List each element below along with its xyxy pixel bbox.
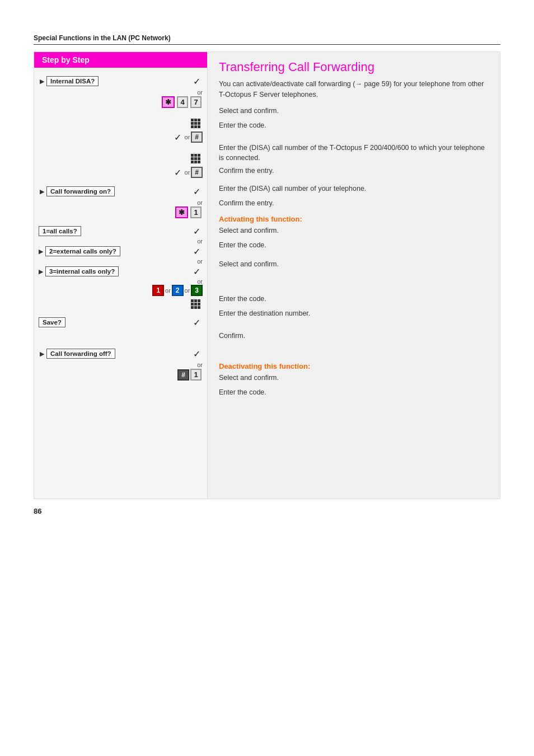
spacer-r3 <box>219 255 489 259</box>
instr-confirm-save: Confirm. <box>219 331 489 343</box>
or-label-2: or <box>185 134 190 140</box>
section-header: Special Functions in the LAN (PC Network… <box>34 34 500 45</box>
or-num-2: or <box>185 287 190 294</box>
instr-text-6: Confirm the entry. <box>219 198 274 209</box>
four-code-box: 4 <box>177 96 188 108</box>
code-47-row: ✱ 4 7 <box>34 96 207 109</box>
or-row-6: or <box>34 361 207 368</box>
checkmark-icon-6: ✓ <box>193 317 200 328</box>
instr-text-3: Enter the (DISA) call number of the T-Oc… <box>219 143 489 164</box>
spacer-r6 <box>219 345 489 358</box>
hash-box-2: # <box>191 167 203 178</box>
save-label: Save? <box>39 317 65 327</box>
instr-text-5: Enter the (DISA) call number of your tel… <box>219 184 366 194</box>
confirm-or-hash-2: ✓ or # <box>34 167 207 178</box>
instr-confirm-1: Confirm the entry. <box>219 166 489 178</box>
or-row-3: or <box>34 238 207 245</box>
call-forwarding-on-row: ▶ Call forwarding on? ✓ <box>34 184 207 199</box>
all-calls-label: 1=all calls? <box>39 226 81 236</box>
section-header-text: Special Functions in the LAN (PC Network… <box>34 34 171 42</box>
star-code-box: ✱ <box>162 96 175 108</box>
keypad-icon-1 <box>191 119 200 128</box>
or-label-5: or <box>197 238 203 245</box>
hash-code-box: # <box>177 369 189 381</box>
checkmark-icon-3: ✓ <box>193 226 200 237</box>
page-number: 86 <box>34 507 41 515</box>
instr-select-2: Select and confirm. <box>219 226 489 238</box>
call-forwarding-off-content: ▶ Call forwarding off? ✓ <box>34 349 207 359</box>
keypad-row-1 <box>34 118 207 129</box>
save-row: Save? ✓ <box>34 316 207 329</box>
triangle-icon-3: ▶ <box>39 248 43 255</box>
spacer-3 <box>34 329 207 346</box>
or-row-5: or <box>34 278 207 285</box>
instr-confirm-2: Confirm the entry. <box>219 198 489 210</box>
instr-text-13: Select and confirm. <box>219 373 279 383</box>
instr-text-10: Enter the code. <box>219 294 266 304</box>
num-or-row: 1 or 2 or 3 <box>34 285 207 296</box>
confirm-or-hash-1: ✓ or # <box>34 132 207 143</box>
keypad-icon-3 <box>191 299 200 309</box>
spacer-r4 <box>219 274 489 294</box>
instr-enter-code-4: Enter the code. <box>219 387 489 400</box>
left-panel: Step by Step ▶ Internal DISA? ✓ or <box>34 52 208 499</box>
instr-text-2: Enter the code. <box>219 120 266 131</box>
instr-select-3: Select and confirm. <box>219 259 489 271</box>
or-label-7: or <box>197 278 203 285</box>
step-by-step-box: Step by Step ▶ Internal DISA? ✓ or <box>34 51 500 499</box>
instr-enter-dest: Enter the destination number. <box>219 308 489 321</box>
call-forwarding-off-label: Call forwarding off? <box>46 349 115 359</box>
one-code-box: 1 <box>190 206 202 218</box>
instr-text-9: Select and confirm. <box>219 259 279 270</box>
code-hash1-row: # 1 <box>34 368 207 381</box>
internal-calls-row: ▶ 3=internal calls only? ✓ <box>34 265 207 278</box>
hash-box-1: # <box>191 132 203 143</box>
instr-enter-code-3: Enter the code. <box>219 294 489 306</box>
or-row-4: or <box>34 258 207 265</box>
intro-text-content: You can activate/deactivate call forward… <box>219 80 484 98</box>
checkmark-icon: ✓ <box>193 76 200 87</box>
deactivating-title: Deactivating this function: <box>219 362 489 370</box>
instr-text-8: Enter the code. <box>219 240 266 251</box>
triangle-icon-2: ▶ <box>40 188 44 195</box>
triangle-icon: ▶ <box>40 78 44 85</box>
internal-calls-label: 3=internal calls only? <box>45 266 119 276</box>
checkmark-icon-5: ✓ <box>193 266 200 277</box>
triangle-icon-4: ▶ <box>39 268 43 275</box>
instr-text-12: Confirm. <box>219 331 245 341</box>
instr-enter-code-1: Enter the code. <box>219 120 489 133</box>
triangle-icon-5: ▶ <box>40 350 44 358</box>
check-or-hash-icon-1: ✓ <box>174 132 181 143</box>
or-row-2: or <box>34 199 207 206</box>
spacer-r1 <box>219 135 489 143</box>
call-forwarding-off-row: ▶ Call forwarding off? ✓ <box>34 346 207 361</box>
instr-disa-server: Enter the (DISA) call number of the T-Oc… <box>219 143 489 164</box>
instr-enter-code-2: Enter the code. <box>219 240 489 252</box>
external-calls-row: ▶ 2=external calls only? ✓ <box>34 245 207 258</box>
star-code-box-2: ✱ <box>175 206 188 218</box>
page-number-container: 86 <box>34 507 500 515</box>
spacer-1 <box>34 112 207 118</box>
instr-text-7: Select and confirm. <box>219 226 279 236</box>
seven-code-box: 7 <box>190 96 202 108</box>
keypad-row-2 <box>34 153 207 165</box>
internal-disa-content: ▶ Internal DISA? ✓ <box>34 76 207 87</box>
spacer-2 <box>34 147 207 153</box>
external-calls-label: 2=external calls only? <box>45 246 120 256</box>
instructions-container: Select and confirm. Enter the code. Ente… <box>219 106 489 400</box>
or-label-4: or <box>197 199 203 206</box>
instr-text-11: Enter the destination number. <box>219 308 310 319</box>
or-label-8: or <box>197 361 203 368</box>
or-label-1: or <box>197 89 203 96</box>
internal-disa-label: Internal DISA? <box>46 76 99 86</box>
instr-select-1: Select and confirm. <box>219 106 489 118</box>
or-label-6: or <box>197 258 203 265</box>
num-1-box: 1 <box>152 285 164 296</box>
keypad-icon-2 <box>191 154 200 163</box>
or-num-1: or <box>165 287 171 294</box>
instr-select-4: Select and confirm. <box>219 373 489 385</box>
activating-title: Activating this function: <box>219 215 489 223</box>
call-forwarding-on-content: ▶ Call forwarding on? ✓ <box>34 186 207 197</box>
instr-disa-your: Enter the (DISA) call number of your tel… <box>219 184 489 196</box>
code-star1-row: ✱ 1 <box>34 206 207 219</box>
